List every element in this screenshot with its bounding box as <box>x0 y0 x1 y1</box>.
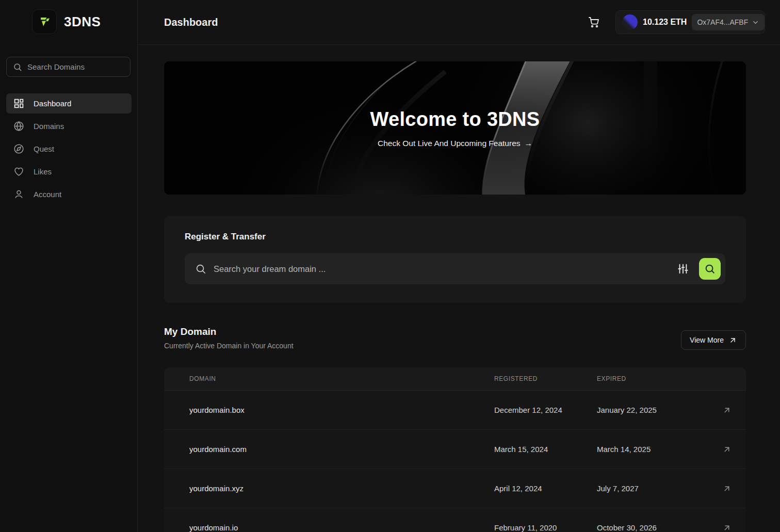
column-header-expired: EXPIRED <box>597 375 712 382</box>
expired-cell: March 14, 2025 <box>597 445 712 454</box>
globe-icon <box>13 121 24 132</box>
my-domain-title: My Domain <box>164 326 294 337</box>
wallet-card: 10.123 ETH Ox7AF4...AFBF <box>615 10 765 34</box>
registered-cell: February 11, 2020 <box>494 523 597 532</box>
page-title: Dashboard <box>164 17 218 28</box>
sidebar-item-account[interactable]: Account <box>6 184 132 204</box>
sidebar-item-likes[interactable]: Likes <box>6 162 132 182</box>
arrow-up-right-icon <box>722 523 732 532</box>
user-icon <box>13 189 24 200</box>
search-icon <box>13 62 22 72</box>
sidebar-search <box>6 57 131 77</box>
sidebar-item-label: Quest <box>34 144 54 153</box>
domain-search-input[interactable] <box>214 264 667 274</box>
open-domain-button[interactable] <box>712 405 733 416</box>
hero-features-link[interactable]: Check Out Live And Upcoming Features → <box>378 139 532 148</box>
sidebar-item-dashboard[interactable]: Dashboard <box>6 93 132 114</box>
open-domain-button[interactable] <box>712 522 733 532</box>
main-content: Dashboard 10.123 ETH Ox7AF4...AFBF <box>138 0 780 532</box>
sidebar-item-quest[interactable]: Quest <box>6 139 132 159</box>
domain-cell: yourdomain.io <box>189 523 494 532</box>
domain-search-bar <box>185 253 725 284</box>
domain-search-submit-button[interactable] <box>699 258 721 280</box>
arrow-right-icon: → <box>525 139 533 148</box>
expired-cell: January 22, 2025 <box>597 406 712 414</box>
search-icon <box>704 263 716 275</box>
view-more-button[interactable]: View More <box>681 330 746 350</box>
sidebar: 3DNS Dashboard Domains Quest Likes Accou… <box>0 0 138 532</box>
compass-icon <box>13 143 24 154</box>
hero-subtitle: Check Out Live And Upcoming Features <box>378 139 521 148</box>
arrow-up-right-icon <box>722 406 732 415</box>
sidebar-item-label: Dashboard <box>34 99 71 108</box>
sidebar-item-label: Account <box>34 190 61 199</box>
table-row: yourdomain.xyz April 12, 2024 July 7, 20… <box>164 469 746 508</box>
wallet-avatar <box>622 14 638 30</box>
domain-cell: yourdomain.xyz <box>189 484 494 493</box>
brand-logo-icon <box>32 9 57 34</box>
table-row: yourdomain.com March 15, 2024 March 14, … <box>164 430 746 469</box>
expired-cell: October 30, 2026 <box>597 523 712 532</box>
registered-cell: March 15, 2024 <box>494 445 597 454</box>
domains-table: DOMAIN REGISTERED EXPIRED yourdomain.box… <box>164 367 746 532</box>
cart-button[interactable] <box>586 14 602 30</box>
search-icon <box>195 263 206 275</box>
heart-icon <box>13 166 24 177</box>
filter-button[interactable] <box>674 260 692 278</box>
registered-cell: April 12, 2024 <box>494 484 597 493</box>
table-row: yourdomain.io February 11, 2020 October … <box>164 508 746 532</box>
sidebar-item-label: Likes <box>34 167 52 176</box>
arrow-up-right-icon <box>728 336 737 345</box>
chevron-down-icon <box>752 19 759 26</box>
register-transfer-title: Register & Transfer <box>185 232 725 242</box>
wallet-address: Ox7AF4...AFBF <box>697 18 748 26</box>
column-header-domain: DOMAIN <box>189 375 494 382</box>
sliders-icon <box>677 263 689 275</box>
table-header-row: DOMAIN REGISTERED EXPIRED <box>164 367 746 391</box>
arrow-up-right-icon <box>722 484 732 493</box>
dashboard-grid-icon <box>13 98 24 109</box>
eth-balance: 10.123 ETH <box>643 18 687 27</box>
topbar: Dashboard 10.123 ETH Ox7AF4...AFBF <box>138 0 780 45</box>
open-domain-button[interactable] <box>712 483 733 494</box>
brand[interactable]: 3DNS <box>0 0 137 34</box>
sidebar-nav: Dashboard Domains Quest Likes Account <box>6 93 132 204</box>
brand-name: 3DNS <box>64 14 101 30</box>
hero-banner: Welcome to 3DNS Check Out Live And Upcom… <box>164 61 746 195</box>
arrow-up-right-icon <box>722 445 732 454</box>
column-header-registered: REGISTERED <box>494 375 597 382</box>
open-domain-button[interactable] <box>712 444 733 455</box>
wallet-address-dropdown[interactable]: Ox7AF4...AFBF <box>692 14 765 30</box>
domain-cell: yourdomain.com <box>189 445 494 454</box>
my-domain-subtitle: Currently Active Domain in Your Account <box>164 342 294 350</box>
table-row: yourdomain.box December 12, 2024 January… <box>164 391 746 430</box>
sidebar-item-domains[interactable]: Domains <box>6 116 132 136</box>
registered-cell: December 12, 2024 <box>494 406 597 414</box>
my-domain-section-header: My Domain Currently Active Domain in You… <box>164 326 746 350</box>
sidebar-search-input[interactable] <box>27 62 124 71</box>
sidebar-item-label: Domains <box>34 122 64 131</box>
expired-cell: July 7, 2027 <box>597 484 712 493</box>
domain-cell: yourdomain.box <box>189 406 494 414</box>
cart-icon <box>588 16 600 28</box>
register-transfer-card: Register & Transfer <box>164 216 746 303</box>
hero-title: Welcome to 3DNS <box>370 108 540 131</box>
